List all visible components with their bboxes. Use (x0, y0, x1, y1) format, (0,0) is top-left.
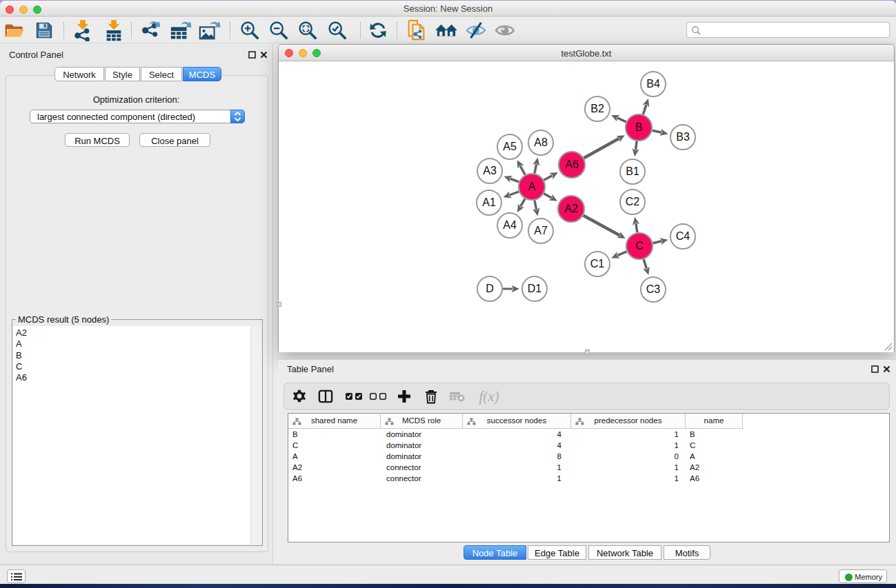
svg-text:C2: C2 (626, 196, 640, 207)
svg-text:A5: A5 (503, 141, 517, 152)
svg-text:A4: A4 (503, 219, 517, 231)
svg-text:A7: A7 (534, 225, 548, 236)
svg-text:B2: B2 (590, 103, 604, 114)
svg-text:D1: D1 (528, 283, 542, 294)
svg-text:A3: A3 (483, 165, 497, 176)
svg-text:A6: A6 (565, 159, 579, 170)
svg-text:B4: B4 (646, 78, 660, 90)
svg-text:C: C (635, 240, 644, 252)
svg-text:C3: C3 (646, 283, 661, 295)
svg-text:C4: C4 (676, 230, 690, 242)
svg-text:A: A (528, 181, 536, 192)
svg-text:B: B (635, 121, 643, 133)
svg-text:D: D (486, 283, 494, 294)
svg-text:B1: B1 (626, 165, 639, 177)
svg-text:A8: A8 (534, 136, 548, 148)
svg-text:A2: A2 (564, 203, 578, 214)
svg-text:B3: B3 (676, 131, 690, 143)
svg-text:C1: C1 (590, 258, 605, 270)
svg-text:A1: A1 (482, 196, 496, 208)
